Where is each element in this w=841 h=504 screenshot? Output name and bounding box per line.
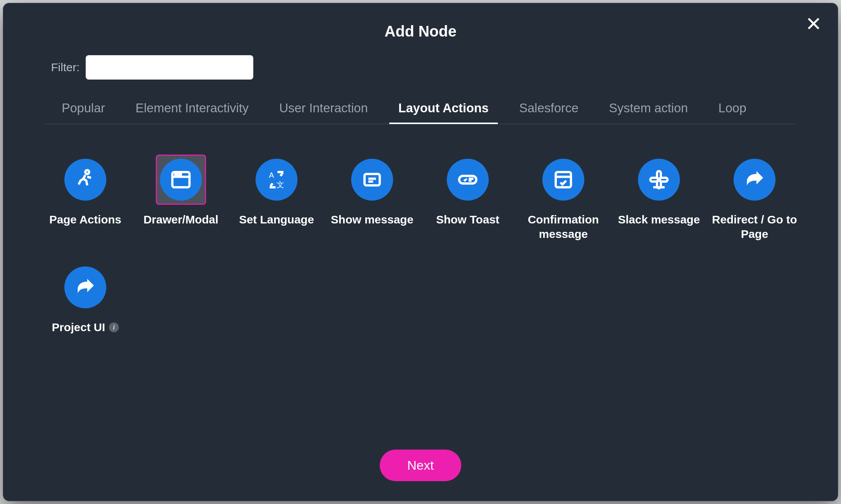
window-icon	[160, 159, 202, 201]
node-project-ui[interactable]: Project UIi	[41, 259, 130, 338]
tab-element-interactivity[interactable]: Element Interactivity	[134, 101, 250, 124]
node-label-text: Redirect / Go to Page	[712, 212, 797, 241]
translate-icon: A文	[256, 159, 297, 201]
tab-bar: PopularElement InteractivityUser Interac…	[45, 101, 796, 124]
node-confirmation-message[interactable]: Confirmation message	[519, 152, 608, 244]
info-icon[interactable]: i	[109, 322, 119, 332]
tab-user-interaction[interactable]: User Interaction	[278, 101, 369, 124]
node-label-text: Project UI	[52, 320, 105, 335]
node-label: Project UIi	[52, 320, 119, 335]
node-icon-wrap	[634, 155, 684, 205]
tab-salesforce[interactable]: Salesforce	[518, 101, 580, 124]
node-label-text: Confirmation message	[521, 212, 606, 241]
slack-icon	[638, 159, 680, 201]
node-drawer-modal[interactable]: Drawer/Modal	[137, 152, 225, 244]
node-icon-wrap	[443, 155, 493, 205]
svg-rect-20	[651, 178, 658, 182]
node-label: Show message	[331, 212, 414, 227]
node-icon-wrap	[538, 155, 588, 205]
modal-title: Add Node	[24, 23, 817, 40]
node-label-text: Slack message	[618, 212, 700, 227]
close-icon	[806, 16, 821, 33]
node-page-actions[interactable]: Page Actions	[41, 152, 130, 244]
node-label: Redirect / Go to Page	[712, 212, 797, 241]
node-set-language[interactable]: A文 Set Language	[232, 152, 321, 244]
svg-point-6	[177, 174, 179, 175]
node-label-text: Show message	[331, 212, 414, 227]
svg-point-7	[180, 174, 181, 175]
tab-popular[interactable]: Popular	[60, 101, 107, 124]
node-icon-wrap	[156, 155, 206, 205]
node-label: Slack message	[618, 212, 700, 227]
svg-point-2	[85, 170, 89, 174]
svg-rect-13	[459, 176, 476, 183]
tab-layout-actions[interactable]: Layout Actions	[397, 101, 490, 124]
node-show-toast[interactable]: Show Toast	[424, 152, 512, 244]
add-node-modal: Add Node Filter: PopularElement Interact…	[3, 3, 838, 501]
node-label: Confirmation message	[521, 212, 606, 241]
check-window-icon	[542, 159, 584, 201]
running-person-icon	[64, 159, 106, 201]
node-grid: Page Actions Drawer/Modal A文 Set Languag…	[41, 152, 800, 338]
share-arrow-icon	[734, 159, 775, 201]
svg-text:文: 文	[277, 180, 284, 189]
node-icon-wrap: A文	[251, 155, 302, 205]
filter-input[interactable]	[86, 55, 253, 80]
node-icon-wrap	[60, 155, 110, 205]
modal-footer: Next	[24, 450, 817, 483]
filter-row: Filter:	[51, 55, 817, 80]
tab-system-action[interactable]: System action	[608, 101, 689, 124]
node-label-text: Set Language	[239, 212, 314, 227]
toast-icon	[447, 159, 489, 201]
filter-label: Filter:	[51, 61, 80, 74]
message-box-icon	[351, 159, 393, 201]
node-label: Show Toast	[436, 212, 499, 227]
node-label: Drawer/Modal	[144, 212, 219, 227]
node-label: Page Actions	[50, 212, 122, 227]
node-label-text: Show Toast	[436, 212, 499, 227]
node-icon-wrap	[729, 155, 780, 205]
node-show-message[interactable]: Show message	[328, 152, 416, 244]
tab-loop[interactable]: Loop	[717, 101, 748, 124]
close-button[interactable]	[803, 14, 824, 35]
node-redirect[interactable]: Redirect / Go to Page	[710, 152, 799, 244]
node-slack-message[interactable]: Slack message	[615, 152, 703, 244]
node-label: Set Language	[239, 212, 314, 227]
next-button[interactable]: Next	[380, 450, 461, 481]
node-icon-wrap	[347, 155, 397, 205]
node-label-text: Drawer/Modal	[144, 212, 219, 227]
share-arrow-icon	[64, 266, 106, 308]
svg-point-5	[175, 174, 176, 175]
svg-text:A: A	[269, 171, 274, 179]
svg-rect-21	[660, 178, 668, 182]
node-icon-wrap	[60, 262, 110, 313]
node-label-text: Page Actions	[50, 212, 122, 227]
